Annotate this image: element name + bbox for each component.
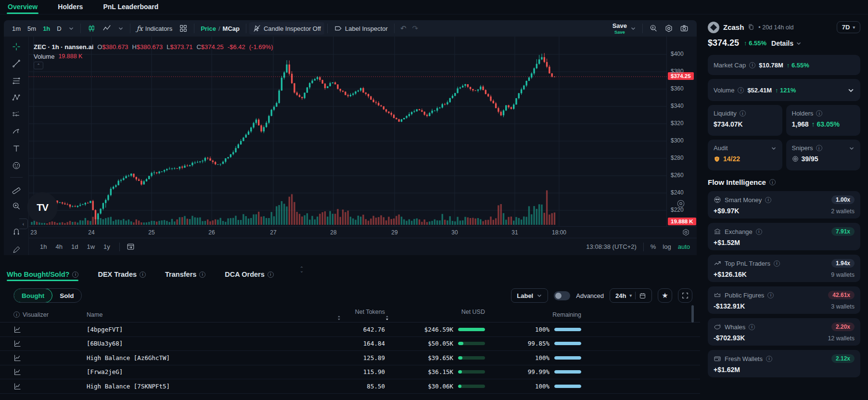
fullscreen-button[interactable]: [678, 288, 692, 303]
table-row[interactable]: High Balance [7SKNPFt5] 85.50 $30.06K 10…: [0, 379, 700, 394]
go-to-date-button[interactable]: [125, 241, 137, 253]
log-scale-button[interactable]: log: [663, 243, 671, 250]
projection-tool[interactable]: [10, 109, 23, 120]
header-visualizer[interactable]: Visualizer: [23, 311, 49, 318]
undo-button[interactable]: ↶: [397, 24, 409, 33]
layout-grid-button[interactable]: [176, 22, 191, 35]
bought-toggle[interactable]: Bought: [13, 288, 52, 303]
info-icon[interactable]: i: [13, 311, 20, 318]
chart-type-line-button[interactable]: [99, 22, 115, 35]
info-icon[interactable]: i: [765, 197, 771, 203]
quick-search-button[interactable]: [646, 22, 661, 35]
interval-1m-button[interactable]: 1m: [9, 22, 24, 35]
price-mcap-toggle[interactable]: Price / MCap: [197, 22, 243, 35]
header-net-usd[interactable]: Net USD: [385, 309, 485, 321]
tab-pnl-leaderboard[interactable]: PnL Leaderboard: [102, 0, 159, 14]
info-icon[interactable]: i: [816, 110, 822, 116]
info-icon[interactable]: i: [766, 356, 772, 362]
table-row[interactable]: [4bpgeFVT] 642.76 $246.59K 100%: [0, 323, 700, 337]
market-cap-card[interactable]: Market Cap i $10.78M ↑ 6.55%: [708, 55, 860, 75]
auto-scale-button[interactable]: auto: [678, 243, 690, 250]
header-remaining[interactable]: Remaining: [485, 311, 581, 318]
visualizer-icon[interactable]: [13, 382, 22, 390]
interval-1h-button[interactable]: 1h: [39, 22, 53, 35]
chevron-down-icon[interactable]: [847, 87, 855, 94]
visualizer-icon[interactable]: [13, 354, 22, 362]
fresh-wallets-card[interactable]: Fresh Walletsi 2.12x +$1.62M: [708, 350, 860, 377]
collapse-panel-button[interactable]: ‹: [19, 219, 28, 229]
save-dropdown[interactable]: [627, 22, 639, 35]
chart-type-candles-button[interactable]: [84, 22, 99, 35]
interval-dropdown[interactable]: [65, 22, 77, 35]
favorite-button[interactable]: ★: [658, 288, 672, 303]
header-name[interactable]: Name: [82, 311, 337, 318]
settings-button[interactable]: [661, 22, 677, 35]
info-icon[interactable]: i: [749, 324, 755, 330]
header-net-tokens[interactable]: Net Tokens: [337, 309, 385, 321]
tab-dex-trades[interactable]: DEX Tradesi: [98, 271, 146, 285]
price-axis[interactable]: $374.25 19.888 K $400$380$360$340$320$30…: [666, 37, 697, 226]
edit-tool[interactable]: [10, 245, 23, 255]
measure-tool[interactable]: [10, 184, 23, 194]
percent-scale-button[interactable]: %: [651, 243, 656, 250]
collapse-indicator-button[interactable]: ⌃: [34, 62, 43, 69]
info-icon[interactable]: i: [767, 292, 774, 298]
info-icon[interactable]: i: [268, 271, 274, 278]
emoji-tool[interactable]: [10, 160, 23, 171]
info-icon[interactable]: i: [756, 229, 762, 235]
info-icon[interactable]: i: [749, 62, 755, 68]
info-icon[interactable]: i: [72, 271, 78, 278]
save-button[interactable]: Save Save: [613, 23, 627, 35]
range-selector-dropdown[interactable]: 7D▾: [837, 21, 860, 33]
info-icon[interactable]: i: [199, 271, 205, 278]
advanced-toggle[interactable]: [554, 291, 570, 300]
interval-5m-button[interactable]: 5m: [24, 22, 39, 35]
chart-type-dropdown[interactable]: [115, 22, 127, 35]
info-icon[interactable]: i: [769, 179, 776, 185]
tab-holders[interactable]: Holders: [57, 0, 84, 14]
table-scrollbar[interactable]: [691, 305, 694, 323]
table-row[interactable]: [Frwa2jeG] 115.90 $36.15K 99.99%: [0, 365, 700, 380]
info-icon[interactable]: i: [740, 110, 746, 116]
range-1h-button[interactable]: 1h: [36, 243, 51, 250]
crosshair-tool[interactable]: [10, 41, 23, 52]
audit-card[interactable]: Audit !14/22: [708, 140, 782, 170]
tab-dca-orders[interactable]: DCA Ordersi: [225, 271, 273, 285]
visualizer-icon[interactable]: [13, 339, 22, 348]
snipers-card[interactable]: Snipersi 39/95: [786, 140, 861, 170]
copy-address-icon[interactable]: [748, 24, 754, 31]
indicators-button[interactable]: ƒx Indicators: [133, 22, 176, 35]
liquidity-card[interactable]: Liquidityi $734.07K: [708, 105, 782, 136]
redo-button[interactable]: ↷: [409, 24, 421, 33]
chart-legend[interactable]: ZEC · 1h · nansen.ai O$380.673 H$380.673…: [34, 43, 273, 51]
sold-toggle[interactable]: Sold: [52, 289, 81, 302]
range-1d-button[interactable]: 1d: [67, 243, 82, 250]
interval-1d-button[interactable]: D: [53, 22, 64, 35]
top-pnl-traders-card[interactable]: Top PnL Tradersi 1.94x +$126.16K9 wallet…: [708, 255, 860, 282]
range-1y-button[interactable]: 1y: [99, 243, 115, 250]
visualizer-icon[interactable]: [13, 325, 22, 334]
text-tool[interactable]: [10, 143, 23, 154]
brush-tool[interactable]: [10, 126, 23, 137]
volume-card[interactable]: Volume i $52.41M ↑ 121%: [708, 79, 860, 101]
zoom-tool[interactable]: [10, 201, 23, 211]
screenshot-button[interactable]: [677, 22, 692, 35]
time-axis-settings-icon[interactable]: [682, 228, 690, 236]
clock[interactable]: 13:08:38 (UTC+2): [586, 243, 636, 250]
panel-resize-handle[interactable]: ⌃⌄: [297, 267, 306, 272]
holders-card[interactable]: Holdersi 1,968↑ 63.05%: [786, 105, 861, 136]
info-icon[interactable]: i: [774, 260, 780, 267]
smart-money-card[interactable]: Smart Moneyi 1.00x +$9.97K2 wallets: [708, 191, 860, 219]
table-row[interactable]: [6BUa3y68] 164.84 $50.05K 99.85%: [0, 337, 700, 351]
whales-card[interactable]: Whalesi 2.20x -$702.93K12 wallets: [708, 318, 860, 346]
info-icon[interactable]: i: [738, 87, 744, 93]
candlestick-chart[interactable]: [29, 37, 666, 226]
range-1w-button[interactable]: 1w: [82, 243, 99, 250]
info-icon[interactable]: i: [140, 271, 146, 278]
timeframe-dropdown[interactable]: 24h▾: [610, 288, 652, 303]
range-4h-button[interactable]: 4h: [51, 243, 66, 250]
public-figures-card[interactable]: Public Figuresi 42.61x -$132.91K3 wallet…: [708, 286, 860, 314]
time-axis[interactable]: 23242526272829303118:00: [29, 226, 697, 238]
tab-transfers[interactable]: Transfersi: [165, 271, 205, 285]
tab-who-bought-sold[interactable]: Who Bought/Sold?i: [7, 271, 78, 285]
